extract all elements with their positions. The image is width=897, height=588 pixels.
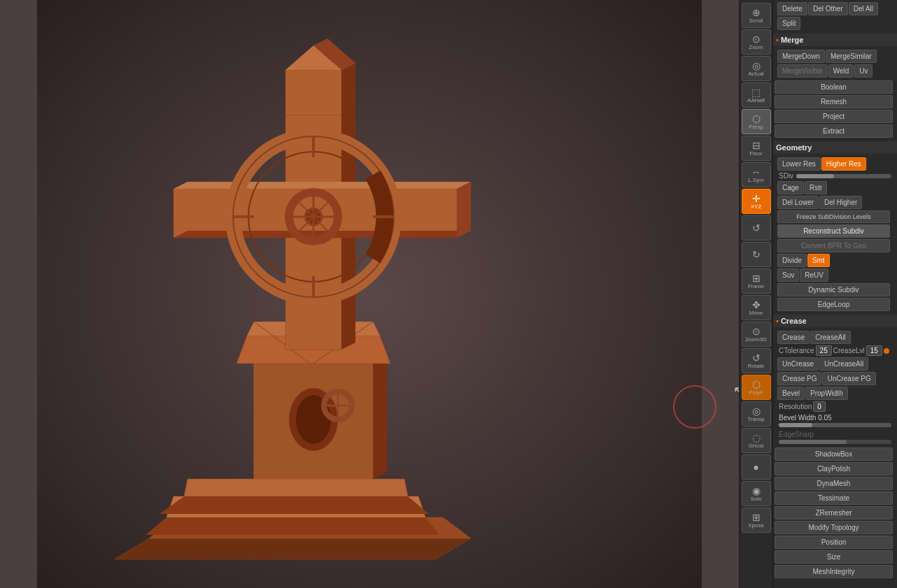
project-button[interactable]: Project bbox=[775, 110, 893, 123]
tool-dynamic[interactable]: ● bbox=[742, 454, 771, 480]
uncrease-all-button[interactable]: UnCreaseAll bbox=[819, 357, 868, 371]
rotate-icon: ↺ bbox=[752, 353, 761, 363]
crease-all-button[interactable]: CreaseAll bbox=[810, 331, 850, 344]
boolean-row: Boolean bbox=[773, 80, 897, 94]
resolution-row: Resolution 0 bbox=[776, 401, 894, 413]
viewport[interactable]: ↖ bbox=[0, 0, 739, 588]
tool-zoom3d[interactable]: ⊙ Zoom3D bbox=[742, 322, 771, 347]
svg-marker-6 bbox=[146, 517, 439, 535]
tool-ghost[interactable]: ◌ Ghost bbox=[742, 428, 771, 453]
merge-visible-button[interactable]: MergeVisible bbox=[777, 64, 828, 78]
divide-button[interactable]: Divide bbox=[777, 254, 807, 267]
tool-frame[interactable]: ⊞ Frame bbox=[742, 268, 771, 294]
edge-sharp-label: EdgeSharp bbox=[779, 431, 814, 438]
tool-floor[interactable]: ⊟ Floor bbox=[742, 136, 771, 161]
lsym-icon: ↔ bbox=[751, 167, 761, 177]
tool-scroll[interactable]: ⊕ Scroll bbox=[742, 3, 771, 28]
resolution-label: Resolution bbox=[779, 403, 812, 410]
xpose-icon: ⊞ bbox=[752, 512, 761, 522]
delete-button[interactable]: Delete bbox=[777, 2, 807, 15]
uncrease-button[interactable]: UnCrease bbox=[777, 357, 819, 371]
tool-rotate[interactable]: ↺ Rotate bbox=[742, 348, 771, 373]
tool-solo[interactable]: ◉ Solo bbox=[742, 481, 771, 506]
suv-button[interactable]: Suv bbox=[777, 268, 799, 282]
tool-transp[interactable]: ◎ Transp bbox=[742, 401, 771, 426]
ctolerance-row: CTolerance 25 CreaseLvl 15 bbox=[776, 345, 894, 357]
tool-xyz[interactable]: ✛ XYZ bbox=[742, 189, 771, 214]
position-button[interactable]: Position bbox=[775, 536, 893, 549]
delete-section: Delete Del Other Del All Split bbox=[773, 0, 897, 32]
uv-button[interactable]: Uv bbox=[854, 64, 873, 78]
sdiv-slider[interactable] bbox=[796, 174, 891, 178]
zoom-icon: ⊙ bbox=[752, 34, 761, 44]
right-toolbar: ⊕ Scroll ⊙ Zoom ◎ Actual ⬚ AAHalf ⬡ Pers… bbox=[739, 0, 772, 588]
rstr-button[interactable]: Rstr bbox=[805, 181, 827, 194]
ctolerance-value[interactable]: 25 bbox=[816, 345, 832, 356]
actual-icon: ◎ bbox=[752, 61, 761, 71]
tool-xpose[interactable]: ⊞ Xpose bbox=[742, 508, 771, 533]
higher-res-button[interactable]: Higher Res bbox=[821, 157, 866, 171]
tool-actual[interactable]: ◎ Actual bbox=[742, 56, 771, 81]
tool-rot2[interactable]: ↻ bbox=[742, 242, 771, 267]
svg-marker-9 bbox=[160, 496, 429, 514]
del-higher-button[interactable]: Del Higher bbox=[819, 196, 862, 209]
crease-lvl-value[interactable]: 15 bbox=[866, 345, 882, 356]
size-button[interactable]: Size bbox=[775, 550, 893, 564]
svg-marker-1 bbox=[114, 538, 471, 559]
split-button[interactable]: Split bbox=[777, 17, 800, 30]
svg-marker-29 bbox=[174, 182, 471, 189]
dyna-mesh-button[interactable]: DynaMesh bbox=[775, 477, 893, 490]
tool-aahalf[interactable]: ⬚ AAHalf bbox=[742, 83, 771, 108]
merge-similar-button[interactable]: MergeSimilar bbox=[826, 50, 877, 63]
convert-bpr-button[interactable]: Convert BPR To Geo bbox=[777, 239, 890, 252]
uncrease-pg-button[interactable]: UnCrease PG bbox=[822, 372, 875, 385]
frame-icon: ⊞ bbox=[752, 273, 761, 283]
crease-header: Crease bbox=[773, 315, 897, 327]
edgeloop-button[interactable]: EdgeLoop bbox=[777, 298, 890, 311]
svg-marker-8 bbox=[184, 479, 408, 496]
tessimate-button[interactable]: Tessimate bbox=[775, 492, 893, 505]
smt-button[interactable]: Smt bbox=[807, 254, 830, 267]
crease-lvl-label: CreaseLvl bbox=[833, 347, 865, 354]
resolution-value[interactable]: 0 bbox=[813, 401, 826, 412]
crease-pg-button[interactable]: Crease PG bbox=[777, 372, 821, 385]
bevel-width-label: Bevel Width bbox=[779, 414, 816, 422]
mesh-integrity-button[interactable]: MeshIntegrity bbox=[775, 565, 893, 578]
freeze-subdiv-button[interactable]: Freeze SubDivision Levels bbox=[777, 210, 890, 223]
bevel-width-slider[interactable] bbox=[779, 423, 891, 427]
boolean-button[interactable]: Boolean bbox=[775, 80, 893, 94]
prop-width-button[interactable]: PropWidth bbox=[805, 387, 848, 400]
tool-lsym[interactable]: ↔ L.Sym bbox=[742, 162, 771, 187]
modify-topology-button[interactable]: Modify Topology bbox=[775, 521, 893, 534]
tool-rot1[interactable]: ↺ bbox=[742, 215, 771, 241]
merge-down-button[interactable]: MergeDown bbox=[777, 50, 825, 63]
bevel-button[interactable]: Bevel bbox=[777, 387, 805, 400]
shadowbox-button[interactable]: ShadowBox bbox=[775, 447, 893, 461]
weld-button[interactable]: Weld bbox=[828, 64, 854, 78]
zoom3d-icon: ⊙ bbox=[752, 327, 761, 336]
tool-zoom[interactable]: ⊙ Zoom bbox=[742, 29, 771, 55]
lower-res-button[interactable]: Lower Res bbox=[777, 157, 821, 171]
del-lower-button[interactable]: Del Lower bbox=[777, 196, 819, 209]
reuv-button[interactable]: ReUV bbox=[800, 268, 828, 282]
rot1-icon: ↺ bbox=[752, 223, 761, 233]
del-all-button[interactable]: Del All bbox=[849, 2, 878, 15]
rot2-icon: ↻ bbox=[752, 250, 761, 259]
tool-persp[interactable]: ⬡ Persp bbox=[742, 109, 771, 134]
move-icon: ✥ bbox=[752, 300, 761, 310]
reconstruct-subdiv-button[interactable]: Reconstruct Subdiv bbox=[777, 224, 890, 238]
sdiv-label: SDiv bbox=[779, 172, 793, 180]
cage-button[interactable]: Cage bbox=[777, 181, 804, 194]
del-other-button[interactable]: Del Other bbox=[808, 2, 848, 15]
tool-polyf[interactable]: ⬡ PolyF bbox=[742, 375, 771, 400]
clay-polish-button[interactable]: ClayPolish bbox=[775, 462, 893, 475]
split-row: Split bbox=[776, 16, 894, 31]
geometry-section: Lower Res Higher Res SDiv Cage Rstr Del … bbox=[773, 155, 897, 313]
extract-button[interactable]: Extract bbox=[775, 124, 893, 138]
crease-button[interactable]: Crease bbox=[777, 331, 810, 344]
dynamic-subdiv-button[interactable]: Dynamic Subdiv bbox=[777, 283, 890, 296]
tool-move[interactable]: ✥ Move bbox=[742, 295, 771, 320]
edge-sharp-slider[interactable] bbox=[779, 440, 891, 444]
remesh-button[interactable]: Remesh bbox=[775, 95, 893, 108]
zremesher-button[interactable]: ZRemesher bbox=[775, 506, 893, 519]
